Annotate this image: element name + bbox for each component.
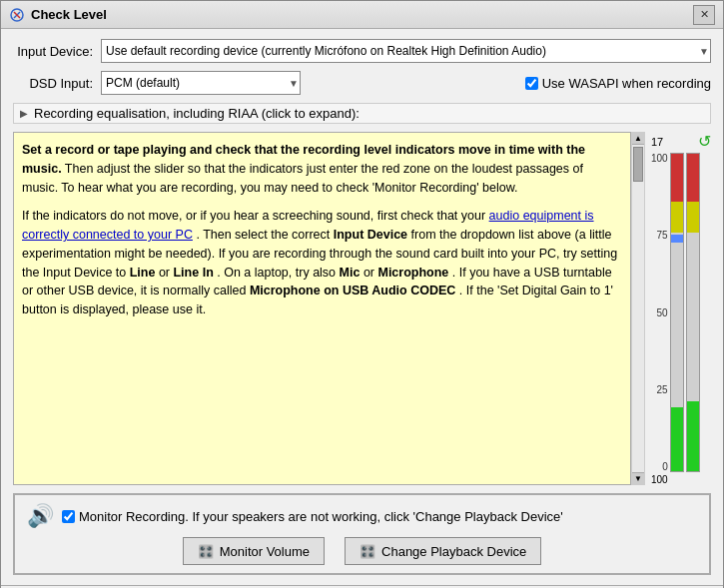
scroll-track [632,145,644,472]
monitor-checkbox-row: Monitor Recording. If your speakers are … [62,509,563,524]
level-meter-panel: 17 ↺ 100 75 50 25 0 [651,132,711,485]
monitor-recording-checkbox[interactable] [62,510,75,523]
input-device-row: Input Device: Use default recording devi… [13,39,711,63]
dsd-input-row: DSD Input: PCM (default) ▼ Use WASAPI wh… [13,71,711,95]
wasapi-label: Use WASAPI when recording [542,76,711,91]
vu-bar-right [686,153,700,472]
scroll-thumb[interactable] [633,147,643,182]
instructions-p1: Set a record or tape playing and check t… [22,141,622,197]
scroll-down-btn[interactable]: ▼ [632,472,644,484]
bar-yellow-zone-r [687,202,699,234]
eq-section[interactable]: ▶ Recording equalisation, including RIAA… [13,103,711,124]
vu-pointer-left [671,235,683,243]
input-device-select-wrapper: Use default recording device (currently … [101,39,711,63]
eq-label: Recording equalisation, including RIAA (… [34,106,360,121]
input-device-label: Input Device: [13,44,93,59]
wasapi-row: Use WASAPI when recording [525,76,711,91]
monitor-volume-label: Monitor Volume [220,544,310,559]
monitor-recording-label: Monitor Recording. If your speakers are … [79,509,563,524]
level-inner: 100 75 50 25 0 [651,153,711,472]
instructions-panel: Set a record or tape playing and check t… [13,132,631,485]
vu-bars [670,153,700,472]
input-device-select[interactable]: Use default recording device (currently … [101,39,711,63]
level-top-number: 17 [651,136,663,148]
monitor-top: 🔊 Monitor Recording. If your speakers ar… [27,503,697,529]
change-playback-device-button[interactable]: 🎛️ Change Playback Device [345,537,541,565]
bar-red-zone [671,154,683,202]
main-area: Set a record or tape playing and check t… [13,132,711,485]
change-playback-label: Change Playback Device [381,544,526,559]
speaker-icon: 🔊 [27,503,54,529]
dsd-select[interactable]: PCM (default) [101,71,301,95]
instructions-p1-rest: Then adjust the slider so that the indic… [22,162,583,195]
dsd-label: DSD Input: [13,76,93,91]
bar-yellow-zone [671,202,683,234]
text-scrollbar[interactable]: ▲ ▼ [631,132,645,485]
wasapi-checkbox[interactable] [525,77,538,90]
vu-bar-left [670,153,684,472]
level-bottom-label: 100 [651,474,711,485]
monitor-volume-icon: 🎛️ [198,544,214,559]
window-title: Check Level [31,7,693,22]
window-icon [9,7,25,23]
main-content: Input Device: Use default recording devi… [1,29,723,585]
change-playback-icon: 🎛️ [360,544,375,559]
title-bar: Check Level ✕ [1,1,723,29]
bar-green-fill-l [671,407,683,471]
eq-arrow-icon: ▶ [20,108,28,119]
instructions-p2: If the indicators do not move, or if you… [22,207,622,319]
bar-green-fill-r [687,401,699,471]
monitor-buttons: 🎛️ Monitor Volume 🎛️ Change Playback Dev… [27,537,697,565]
scroll-up-btn[interactable]: ▲ [632,133,644,145]
level-reset-icon[interactable]: ↺ [698,132,711,151]
monitor-section: 🔊 Monitor Recording. If your speakers ar… [13,493,711,575]
bar-red-zone-r [687,154,699,202]
monitor-volume-button[interactable]: 🎛️ Monitor Volume [183,537,325,565]
level-scale: 100 75 50 25 0 [651,153,670,472]
window-close-button[interactable]: ✕ [693,5,715,25]
dsd-select-wrapper: PCM (default) ▼ [101,71,301,95]
check-level-window: Check Level ✕ Input Device: Use default … [0,0,724,588]
